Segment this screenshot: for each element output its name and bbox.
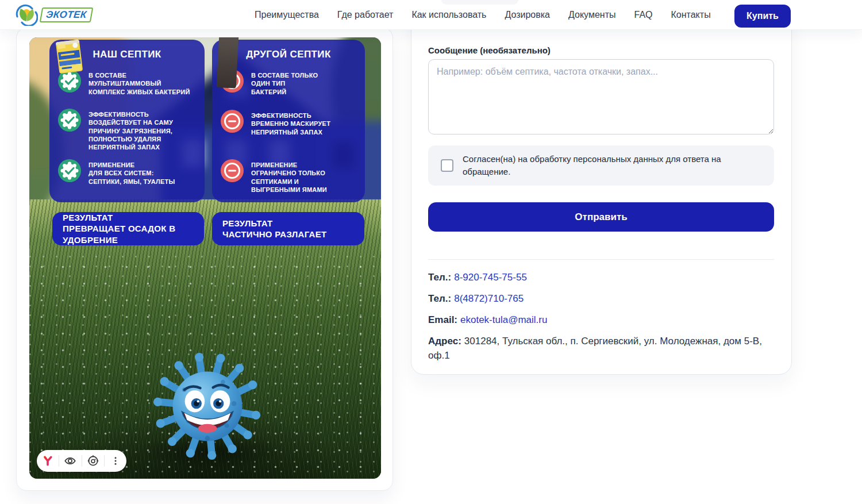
check-seal-icon <box>58 159 81 182</box>
phone-label: Тел.: <box>428 293 451 304</box>
consent-panel: Согласен(на) на обработку персональных д… <box>428 145 774 186</box>
nav-item-dosage[interactable]: Дозировка <box>505 10 550 20</box>
scrolled-field-remnant <box>441 0 518 5</box>
phone-link[interactable]: 8-920-745-75-55 <box>454 272 527 283</box>
comparison-promo-image[interactable]: НАШ СЕПТИК В СОСТАВЕ МУЛЬТИШТАММОВЫЙ КОМ… <box>29 37 381 479</box>
address-label: Адрес: <box>428 336 461 347</box>
yandex-icon[interactable] <box>40 453 55 468</box>
divider <box>428 259 774 260</box>
contact-details: Тел.:8-920-745-75-55 Тел.:8(4872)710-765… <box>428 271 774 370</box>
contact-form-card: Сообщение (необязательно) Согласен(на) н… <box>411 0 792 375</box>
nav-item-faq[interactable]: FAQ <box>634 10 653 20</box>
other-septic-item-1: В СОСТАВЕ ТОЛЬКО ОДИН ТИП БАКТЕРИЙ <box>221 70 360 96</box>
toolbar-divider <box>82 455 82 467</box>
toolbar-divider <box>104 455 105 467</box>
minus-circle-icon <box>221 159 244 182</box>
ekotek-leaf-sun-logo-icon <box>15 4 38 26</box>
email-label: Email: <box>428 314 457 325</box>
nav-item-documents[interactable]: Документы <box>568 10 615 20</box>
message-label: Сообщение (необязательно) <box>428 45 551 55</box>
check-seal-icon <box>58 109 81 132</box>
ekotek-product-pack-image <box>55 39 84 75</box>
our-septic-item-3: ПРИМЕНЕНИЕ ДЛЯ ВСЕХ СИСТЕМ: СЕПТИКИ, ЯМЫ… <box>58 159 200 186</box>
logo-text: ЭКОТЕК <box>45 9 87 21</box>
comparison-promo-card: НАШ СЕПТИК В СОСТАВЕ МУЛЬТИШТАММОВЫЙ КОМ… <box>16 28 393 491</box>
phone-link[interactable]: 8(4872)710-765 <box>454 293 524 304</box>
other-result-banner: РЕЗУЛЬТАТ ЧАСТИЧНО РАЗЛАГАЕТ <box>212 212 364 245</box>
top-navigation-bar: ЭКОТЕК Преимущества Где работает Как исп… <box>0 0 862 30</box>
ekotek-logo[interactable]: ЭКОТЕК <box>15 4 92 26</box>
nav-item-advantages[interactable]: Преимущества <box>255 10 319 20</box>
nav-item-contacts[interactable]: Контакты <box>671 10 711 20</box>
other-septic-item-2: ЭФФЕКТИВНОСТЬ ВРЕМЕННО МАСКИРУЕТ НЕПРИЯТ… <box>221 110 360 136</box>
submit-button[interactable]: Отправить <box>428 202 774 232</box>
address-row: Адрес:301284, Тульская обл., п. Сергиевс… <box>428 334 774 362</box>
phone-row: Тел.:8(4872)710-765 <box>428 292 774 306</box>
toolbar-divider <box>59 455 59 467</box>
eye-icon[interactable] <box>63 453 78 468</box>
other-septic-item-3: ПРИМЕНЕНИЕ ОГРАНИЧЕНО ТОЛЬКО СЕПТИКАМИ И… <box>221 159 360 194</box>
image-hover-toolbar <box>37 450 126 472</box>
nav-item-where-works[interactable]: Где работает <box>337 10 394 20</box>
phone-label: Тел.: <box>428 272 451 283</box>
our-result-banner: РЕЗУЛЬТАТ ПРЕВРАЩАЕТ ОСАДОК В УДОБРЕНИЕ <box>52 212 204 245</box>
microbe-mascot-illustration <box>152 351 263 461</box>
buy-button[interactable]: Купить <box>734 5 791 28</box>
kebab-menu-icon[interactable] <box>108 453 123 468</box>
our-septic-item-1: В СОСТАВЕ МУЛЬТИШТАММОВЫЙ КОМПЛЕКС ЖИВЫХ… <box>58 70 200 96</box>
minus-circle-icon <box>221 110 244 133</box>
consent-checkbox[interactable] <box>441 159 453 172</box>
our-septic-item-2: ЭФФЕКТИВНОСТЬ ВОЗДЕЙСТВУЕТ НА САМУ ПРИЧИ… <box>58 109 200 151</box>
other-product-pack-image <box>217 37 239 89</box>
nav-item-how-to-use[interactable]: Как использовать <box>411 10 486 20</box>
email-link[interactable]: ekotek-tula@mail.ru <box>460 314 547 325</box>
consent-text: Согласен(на) на обработку персональных д… <box>463 153 765 178</box>
page: ЭКОТЕК Преимущества Где работает Как исп… <box>0 0 862 504</box>
email-row: Email:ekotek-tula@mail.ru <box>428 313 774 327</box>
address-text: 301284, Тульская обл., п. Сергиевский, у… <box>428 336 762 360</box>
message-input[interactable] <box>428 59 774 134</box>
phone-row: Тел.:8-920-745-75-55 <box>428 271 774 284</box>
screenshot-camera-icon[interactable] <box>86 453 101 468</box>
